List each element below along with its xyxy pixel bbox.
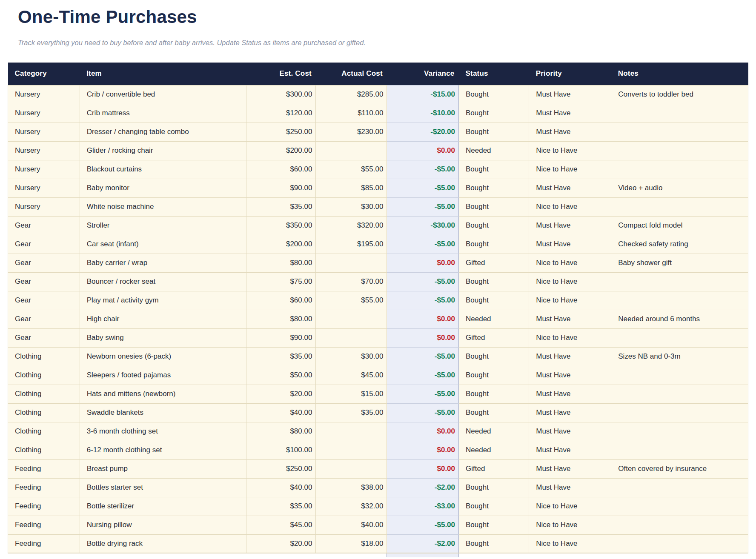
cell-variance: -$2.00	[387, 534, 459, 553]
column-header-notes: Notes	[611, 63, 748, 85]
cell-est_cost: $50.00	[246, 366, 315, 385]
cell-priority: Must Have	[529, 422, 611, 441]
cell-priority: Must Have	[529, 441, 611, 459]
cell-variance: -$30.00	[387, 216, 459, 235]
cell-actual_cost: $38.00	[316, 478, 387, 497]
cell-category: Feeding	[8, 459, 80, 478]
cell-status: Gifted	[459, 459, 529, 478]
cell-notes: Baby shower gift	[611, 254, 748, 272]
cell-status: Bought	[459, 179, 529, 197]
cell-notes	[611, 516, 748, 534]
cell-priority: Must Have	[529, 385, 611, 403]
cell-actual_cost: $285.00	[316, 85, 387, 104]
cell-status: Bought	[459, 85, 529, 104]
cell-status: Bought	[459, 197, 529, 216]
cell-category: Gear	[8, 235, 80, 254]
cell-category: Nursery	[8, 85, 80, 104]
cell-priority: Nice to Have	[529, 160, 611, 179]
cell-notes	[611, 478, 748, 497]
table-body: NurseryCrib / convertible bed$300.00$285…	[8, 85, 748, 553]
variance-extension-row	[8, 553, 748, 557]
cell-priority: Nice to Have	[529, 516, 611, 534]
cell-est_cost: $90.00	[246, 328, 315, 347]
cell-status: Bought	[459, 478, 529, 497]
cell-item: Newborn onesies (6-pack)	[80, 347, 246, 366]
cell-status: Bought	[459, 516, 529, 534]
cell-actual_cost: $70.00	[316, 272, 387, 291]
column-header-variance: Variance	[387, 63, 459, 85]
table-footer	[8, 553, 748, 557]
cell-category: Gear	[8, 216, 80, 235]
cell-est_cost: $90.00	[246, 179, 315, 197]
cell-variance: -$5.00	[387, 403, 459, 422]
cell-notes	[611, 385, 748, 403]
table-row: FeedingNursing pillow$45.00$40.00-$5.00B…	[8, 516, 748, 534]
cell-item: Bottle drying rack	[80, 534, 246, 553]
cell-priority: Must Have	[529, 85, 611, 104]
table-row: ClothingSwaddle blankets$40.00$35.00-$5.…	[8, 403, 748, 422]
cell-item: Baby carrier / wrap	[80, 254, 246, 272]
table-row: GearStroller$350.00$320.00-$30.00BoughtM…	[8, 216, 748, 235]
cell-est_cost: $40.00	[246, 478, 315, 497]
cell-notes	[611, 366, 748, 385]
cell-item: Breast pump	[80, 459, 246, 478]
cell-status: Needed	[459, 141, 529, 160]
cell-priority: Must Have	[529, 123, 611, 141]
footer-cell-variance	[387, 553, 459, 557]
cell-est_cost: $40.00	[246, 403, 315, 422]
cell-notes	[611, 328, 748, 347]
footer-cell-status	[459, 553, 529, 557]
cell-priority: Nice to Have	[529, 197, 611, 216]
cell-item: Bouncer / rocker seat	[80, 272, 246, 291]
cell-status: Bought	[459, 534, 529, 553]
cell-status: Bought	[459, 235, 529, 254]
cell-variance: $0.00	[387, 254, 459, 272]
cell-notes	[611, 403, 748, 422]
cell-item: Dresser / changing table combo	[80, 123, 246, 141]
cell-category: Clothing	[8, 385, 80, 403]
cell-item: High chair	[80, 310, 246, 328]
cell-item: Crib / convertible bed	[80, 85, 246, 104]
cell-priority: Must Have	[529, 310, 611, 328]
table-row: ClothingHats and mittens (newborn)$20.00…	[8, 385, 748, 403]
table-header: CategoryItemEst. CostActual CostVariance…	[8, 63, 748, 85]
cell-category: Gear	[8, 291, 80, 310]
cell-actual_cost: $110.00	[316, 104, 387, 123]
cell-item: White noise machine	[80, 197, 246, 216]
purchases-table: CategoryItemEst. CostActual CostVariance…	[8, 63, 748, 557]
table-row: FeedingBreast pump$250.00$0.00GiftedMust…	[8, 459, 748, 478]
cell-notes	[611, 497, 748, 516]
cell-status: Gifted	[459, 328, 529, 347]
cell-item: Swaddle blankets	[80, 403, 246, 422]
cell-actual_cost: $230.00	[316, 123, 387, 141]
cell-priority: Nice to Have	[529, 272, 611, 291]
cell-category: Clothing	[8, 403, 80, 422]
column-header-category: Category	[8, 63, 80, 85]
table-row: FeedingBottles starter set$40.00$38.00-$…	[8, 478, 748, 497]
table-row: GearBaby carrier / wrap$80.00$0.00Gifted…	[8, 254, 748, 272]
cell-status: Bought	[459, 123, 529, 141]
cell-est_cost: $100.00	[246, 441, 315, 459]
cell-notes	[611, 422, 748, 441]
cell-category: Feeding	[8, 497, 80, 516]
cell-notes	[611, 441, 748, 459]
cell-category: Gear	[8, 310, 80, 328]
cell-item: Car seat (infant)	[80, 235, 246, 254]
cell-notes	[611, 291, 748, 310]
cell-status: Needed	[459, 422, 529, 441]
cell-status: Bought	[459, 347, 529, 366]
cell-variance: -$5.00	[387, 197, 459, 216]
cell-item: 6-12 month clothing set	[80, 441, 246, 459]
cell-priority: Nice to Have	[529, 328, 611, 347]
cell-item: Glider / rocking chair	[80, 141, 246, 160]
cell-variance: -$5.00	[387, 385, 459, 403]
cell-notes: Compact fold model	[611, 216, 748, 235]
cell-actual_cost	[316, 459, 387, 478]
table-row: Clothing6-12 month clothing set$100.00$0…	[8, 441, 748, 459]
column-header-priority: Priority	[529, 63, 611, 85]
cell-item: Bottle sterilizer	[80, 497, 246, 516]
cell-actual_cost: $55.00	[316, 160, 387, 179]
cell-est_cost: $80.00	[246, 310, 315, 328]
cell-est_cost: $80.00	[246, 254, 315, 272]
cell-item: Blackout curtains	[80, 160, 246, 179]
